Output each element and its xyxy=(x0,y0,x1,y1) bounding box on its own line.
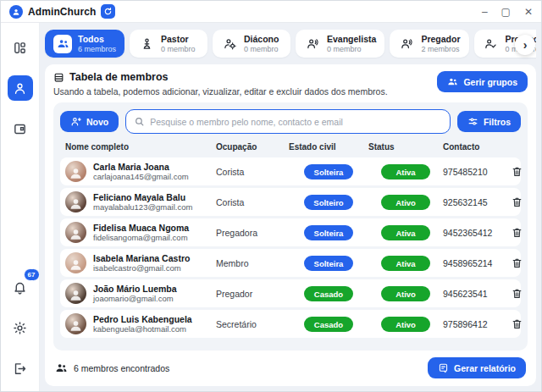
card-icon[interactable] xyxy=(8,116,33,141)
minimize-button[interactable]: – xyxy=(482,7,488,17)
member-occupation: Corista xyxy=(216,197,289,207)
person-silhouette-icon xyxy=(69,197,82,210)
member-contact: 975896412 xyxy=(443,319,506,329)
search-icon xyxy=(134,116,145,127)
avatar xyxy=(65,222,86,243)
tabs-scroll-right-button[interactable]: › xyxy=(515,35,535,55)
role-tabs: Todos 6 membros Pastor 0 membro Diácono … xyxy=(45,27,536,64)
table-header: Nome completo Ocupação Estado civil Stat… xyxy=(60,141,521,157)
manage-groups-button[interactable]: Gerir grupos xyxy=(437,71,528,92)
tab-icon xyxy=(221,36,238,52)
member-name: Pedro Luis Kabenguela xyxy=(93,314,192,324)
person-plus-icon xyxy=(70,116,81,127)
delete-member-button[interactable] xyxy=(506,227,528,238)
tab-count: 0 membro xyxy=(161,45,196,53)
close-button[interactable]: ✕ xyxy=(524,7,533,17)
table-row: Isabela Mariana Castro isabelcastro@gmai… xyxy=(60,249,521,277)
refresh-icon[interactable] xyxy=(101,4,115,19)
member-name: João Mário Luemba xyxy=(93,284,177,294)
delete-member-button[interactable] xyxy=(506,318,528,329)
member-email: kabenguela@hotmail.com xyxy=(93,324,192,334)
tab-count: 0 membro xyxy=(244,45,279,53)
titlebar: AdminChurch – ▢ ✕ xyxy=(1,1,541,23)
member-email: mayalabalu123@gmail.com xyxy=(93,202,192,212)
tab-pregador[interactable]: Pregador 2 membros xyxy=(390,30,468,58)
column-name: Nome completo xyxy=(65,142,216,152)
civil-status-badge: Casado xyxy=(304,317,353,332)
civil-status-badge: Solteira xyxy=(304,164,353,179)
member-occupation: Pregadora xyxy=(216,228,289,238)
tab-evangelista[interactable]: Evangelista 0 membro xyxy=(296,30,384,58)
person-silhouette-icon xyxy=(69,289,82,301)
trash-icon xyxy=(512,166,523,177)
app-window: AdminChurch – ▢ ✕ 67 xyxy=(0,0,542,392)
table-row: Feliciano Mayala Balu mayalabalu123@gmai… xyxy=(60,188,521,216)
settings-gear-icon[interactable] xyxy=(8,315,33,340)
civil-status-badge: Casado xyxy=(304,286,353,301)
logout-icon[interactable] xyxy=(8,356,33,381)
civil-status-badge: Solteira xyxy=(304,225,353,240)
tab-todos[interactable]: Todos 6 membros xyxy=(45,30,124,58)
new-member-button[interactable]: Novo xyxy=(60,111,119,132)
panel-footer: 6 membros encontrados Gerar relatório xyxy=(53,351,528,379)
delete-member-button[interactable] xyxy=(506,288,528,299)
search-box xyxy=(125,109,451,134)
member-contact: 9452365412 xyxy=(443,228,506,238)
trash-icon xyxy=(512,227,523,238)
dashboard-icon[interactable] xyxy=(8,35,33,60)
tab-pastor[interactable]: Pastor 0 membro xyxy=(130,30,207,58)
tab-icon xyxy=(483,36,500,52)
person-silhouette-icon xyxy=(69,228,82,240)
members-icon[interactable] xyxy=(8,75,33,101)
trash-icon xyxy=(512,196,523,207)
table-row: Carla Maria Joana carlajoana145@gmail.co… xyxy=(60,157,521,185)
members-panel: Tabela de membros Usando a tabela, podem… xyxy=(45,64,536,386)
filters-button[interactable]: Filtros xyxy=(457,111,521,132)
person-silhouette-icon xyxy=(69,319,82,332)
member-occupation: Membro xyxy=(216,258,289,268)
member-occupation: Corista xyxy=(216,167,289,177)
report-icon xyxy=(438,362,449,373)
app-title: AdminChurch xyxy=(28,6,96,18)
table-icon xyxy=(53,72,64,83)
generate-report-button[interactable]: Gerar relatório xyxy=(428,357,526,378)
delete-member-button[interactable] xyxy=(506,196,528,207)
member-name: Feliciano Mayala Balu xyxy=(93,192,192,202)
trash-icon xyxy=(512,318,523,329)
tab-count: 0 membro xyxy=(327,45,376,53)
member-name: Isabela Mariana Castro xyxy=(93,253,190,263)
group-icon xyxy=(55,362,68,374)
member-contact: 925632145 xyxy=(443,197,506,207)
member-contact: 975485210 xyxy=(443,167,506,177)
member-contact: 945623541 xyxy=(443,289,506,299)
column-civil-status: Estado civil xyxy=(289,142,368,152)
tab-icon xyxy=(304,36,321,52)
table-row: Fidelisa Muaca Ngoma fidelisangoma@gmail… xyxy=(60,218,521,246)
tab-label: Evangelista xyxy=(327,34,376,44)
trash-icon xyxy=(512,257,523,268)
member-occupation: Pregador xyxy=(216,289,289,299)
tab-count: 2 membros xyxy=(421,45,460,53)
sliders-icon xyxy=(467,116,478,127)
status-badge: Ativo xyxy=(381,195,430,210)
delete-member-button[interactable] xyxy=(506,166,528,177)
notifications-bell-icon[interactable]: 67 xyxy=(8,274,33,300)
delete-member-button[interactable] xyxy=(506,257,528,268)
maximize-button[interactable]: ▢ xyxy=(501,7,511,17)
table-row: Pedro Luis Kabenguela kabenguela@hotmail… xyxy=(60,310,521,338)
search-input[interactable] xyxy=(150,117,442,127)
status-badge: Ativa xyxy=(381,225,430,240)
member-email: joaomario@gmail.com xyxy=(93,294,177,303)
avatar xyxy=(65,283,86,304)
tab-label: Pregador xyxy=(421,34,460,44)
tab-diácono[interactable]: Diácono 0 membro xyxy=(213,30,290,58)
column-status: Status xyxy=(368,142,443,152)
tab-label: Todos xyxy=(78,34,116,44)
civil-status-badge: Solteiro xyxy=(304,195,353,210)
person-silhouette-icon xyxy=(69,258,82,271)
results-count: 6 membros encontrados xyxy=(74,363,169,373)
notification-count-badge: 67 xyxy=(24,268,40,281)
tab-icon xyxy=(138,36,155,52)
member-name: Carla Maria Joana xyxy=(93,162,189,172)
column-contact: Contacto xyxy=(443,142,506,152)
